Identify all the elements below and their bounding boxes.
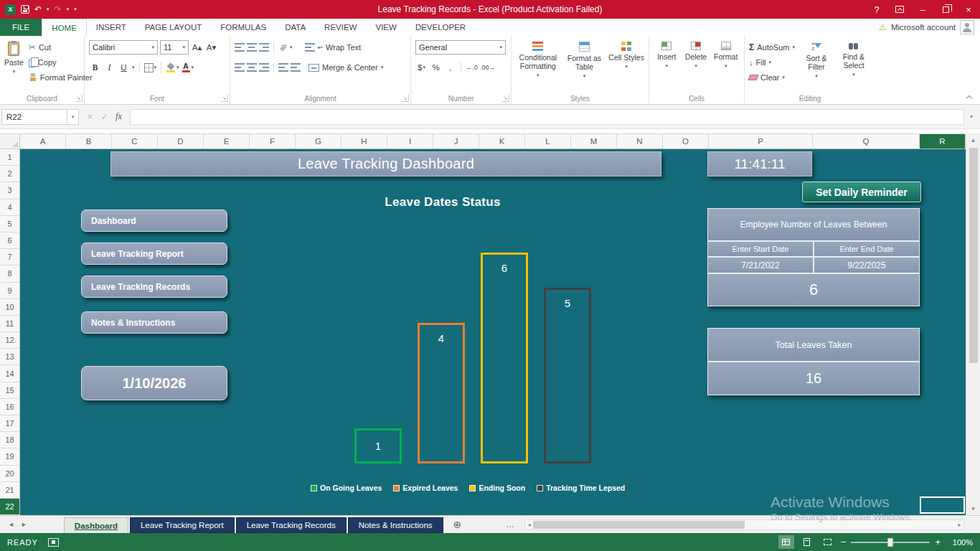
insert-function-icon[interactable]: fx bbox=[113, 111, 125, 122]
macro-record-icon[interactable] bbox=[48, 538, 59, 547]
comma-style-button[interactable]: , bbox=[444, 61, 456, 74]
delete-cells-button[interactable]: Delete ▾ bbox=[683, 39, 710, 69]
vertical-scroll-thumb[interactable] bbox=[969, 148, 978, 363]
column-header-O[interactable]: O bbox=[663, 134, 709, 149]
bold-button[interactable]: B bbox=[89, 61, 101, 74]
row-header-18[interactable]: 18 bbox=[0, 432, 20, 448]
column-header-C[interactable]: C bbox=[112, 134, 158, 149]
number-format-combo[interactable]: General▾ bbox=[415, 40, 506, 55]
row-header-2[interactable]: 2 bbox=[0, 166, 20, 182]
column-header-M[interactable]: M bbox=[571, 134, 617, 149]
format-cells-button[interactable]: Format ▾ bbox=[712, 39, 740, 69]
column-header-F[interactable]: F bbox=[250, 134, 296, 149]
row-header-20[interactable]: 20 bbox=[0, 466, 20, 482]
cancel-icon[interactable]: × bbox=[84, 112, 96, 122]
row-header-11[interactable]: 11 bbox=[0, 316, 20, 332]
ribbon-display-options-button[interactable] bbox=[888, 0, 911, 19]
vertical-scrollbar[interactable]: ▲ ▼ bbox=[966, 133, 980, 515]
zoom-slider-thumb[interactable] bbox=[888, 538, 893, 547]
percent-style-button[interactable]: % bbox=[430, 61, 442, 74]
customize-qat-icon[interactable]: ▾ bbox=[74, 6, 77, 12]
scroll-up-icon[interactable]: ▲ bbox=[966, 133, 980, 146]
redo-icon[interactable]: ↷ bbox=[55, 5, 62, 14]
column-header-N[interactable]: N bbox=[617, 134, 663, 149]
scroll-right-icon[interactable]: ► bbox=[957, 522, 962, 527]
spreadsheet-canvas[interactable]: Leave Tracking Dashboard 11:41:11 Set Da… bbox=[20, 149, 966, 515]
font-dialog-launcher[interactable]: ↘ bbox=[221, 95, 228, 102]
close-button[interactable]: × bbox=[957, 0, 980, 19]
align-middle-icon[interactable] bbox=[247, 43, 257, 52]
number-dialog-launcher[interactable]: ↘ bbox=[502, 95, 509, 102]
font-size-combo[interactable]: 11▾ bbox=[160, 40, 189, 55]
column-header-B[interactable]: B bbox=[66, 134, 112, 149]
column-header-I[interactable]: I bbox=[387, 134, 433, 149]
maximize-button[interactable] bbox=[934, 0, 957, 19]
underline-dropdown-icon[interactable]: ▾ bbox=[132, 65, 135, 70]
clear-button[interactable]: Clear▾ bbox=[749, 70, 795, 84]
ribbon-tab-view[interactable]: VIEW bbox=[366, 19, 405, 36]
align-center-icon[interactable] bbox=[247, 63, 257, 72]
wrap-text-button[interactable]: ↩ Wrap Text bbox=[305, 41, 362, 55]
row-header-17[interactable]: 17 bbox=[0, 415, 20, 432]
expand-formula-bar-icon[interactable]: ▾ bbox=[964, 113, 979, 120]
shrink-font-button[interactable]: A▾ bbox=[205, 41, 217, 54]
sort-filter-button[interactable]: Sort & Filter ▾ bbox=[801, 39, 832, 84]
grow-font-button[interactable]: A▴ bbox=[191, 41, 203, 54]
next-sheet-icon[interactable]: ► bbox=[21, 521, 27, 528]
column-header-L[interactable]: L bbox=[525, 134, 571, 149]
collapse-ribbon-icon[interactable] bbox=[966, 94, 973, 100]
italic-button[interactable]: I bbox=[103, 61, 116, 74]
font-name-combo[interactable]: Calibri▾ bbox=[89, 40, 158, 55]
ribbon-tab-formulas[interactable]: FORMULAS bbox=[211, 19, 275, 36]
zoom-level[interactable]: 100% bbox=[946, 538, 973, 547]
column-header-K[interactable]: K bbox=[479, 134, 525, 149]
row-header-6[interactable]: 6 bbox=[0, 232, 20, 249]
sheet-tab-leave-tracking-records[interactable]: Leave Tracking Records bbox=[236, 517, 347, 533]
name-box[interactable]: R22 bbox=[1, 109, 67, 125]
help-button[interactable]: ? bbox=[865, 0, 888, 19]
sheet-tab-leave-tracking-report[interactable]: Leave Tracking Report bbox=[130, 517, 235, 533]
insert-cells-button[interactable]: Insert ▾ bbox=[654, 39, 680, 69]
row-header-1[interactable]: 1 bbox=[0, 149, 20, 166]
sheet-tab-dashboard[interactable]: Dashboard bbox=[64, 517, 128, 533]
orientation-icon[interactable]: ab bbox=[277, 42, 288, 53]
ribbon-tab-home[interactable]: HOME bbox=[42, 19, 87, 36]
zoom-in-icon[interactable]: + bbox=[935, 537, 941, 547]
row-header-14[interactable]: 14 bbox=[0, 365, 20, 382]
column-header-R[interactable]: R bbox=[920, 134, 966, 149]
row-header-12[interactable]: 12 bbox=[0, 332, 20, 349]
accounting-format-button[interactable]: $▾ bbox=[415, 61, 428, 74]
cut-button[interactable]: ✂Cut bbox=[29, 40, 93, 54]
row-header-9[interactable]: 9 bbox=[0, 283, 20, 299]
redo-dropdown-icon[interactable]: ▾ bbox=[67, 6, 70, 12]
align-right-icon[interactable] bbox=[259, 63, 269, 72]
undo-icon[interactable]: ↶ bbox=[34, 5, 42, 14]
row-header-13[interactable]: 13 bbox=[0, 349, 20, 365]
column-header-D[interactable]: D bbox=[158, 134, 204, 149]
align-left-icon[interactable] bbox=[235, 63, 245, 72]
row-header-19[interactable]: 19 bbox=[0, 448, 20, 465]
merge-center-button[interactable]: Merge & Center ▾ bbox=[308, 61, 383, 75]
column-header-H[interactable]: H bbox=[341, 134, 387, 149]
decrease-indent-icon[interactable] bbox=[278, 63, 288, 72]
autosum-button[interactable]: ΣAutoSum▾ bbox=[749, 40, 795, 54]
cell-styles-button[interactable]: Cell Styles ▾ bbox=[608, 39, 644, 79]
paste-dropdown-icon[interactable]: ▾ bbox=[13, 69, 16, 75]
minimize-button[interactable]: – bbox=[911, 0, 934, 19]
increase-decimal-button[interactable]: ←.0 bbox=[466, 61, 478, 74]
start-date-value[interactable]: 7/21/2022 bbox=[707, 257, 814, 273]
fill-button[interactable]: ↓Fill▾ bbox=[749, 55, 795, 69]
row-header-10[interactable]: 10 bbox=[0, 299, 20, 316]
undo-dropdown-icon[interactable]: ▾ bbox=[47, 6, 50, 12]
zoom-out-icon[interactable]: − bbox=[841, 537, 847, 547]
format-painter-button[interactable]: Format Painter bbox=[29, 70, 93, 84]
row-header-16[interactable]: 16 bbox=[0, 399, 20, 415]
page-layout-view-button[interactable] bbox=[799, 535, 815, 549]
column-header-J[interactable]: J bbox=[433, 134, 479, 149]
scroll-down-icon[interactable]: ▼ bbox=[966, 502, 980, 515]
scroll-left-icon[interactable]: ◄ bbox=[527, 522, 532, 527]
ribbon-tab-data[interactable]: DATA bbox=[275, 19, 315, 36]
horizontal-scrollbar[interactable]: ◄ ► bbox=[524, 519, 964, 530]
ribbon-tab-developer[interactable]: DEVELOPER bbox=[406, 19, 475, 36]
orientation-dropdown-icon[interactable]: ▾ bbox=[290, 44, 293, 50]
